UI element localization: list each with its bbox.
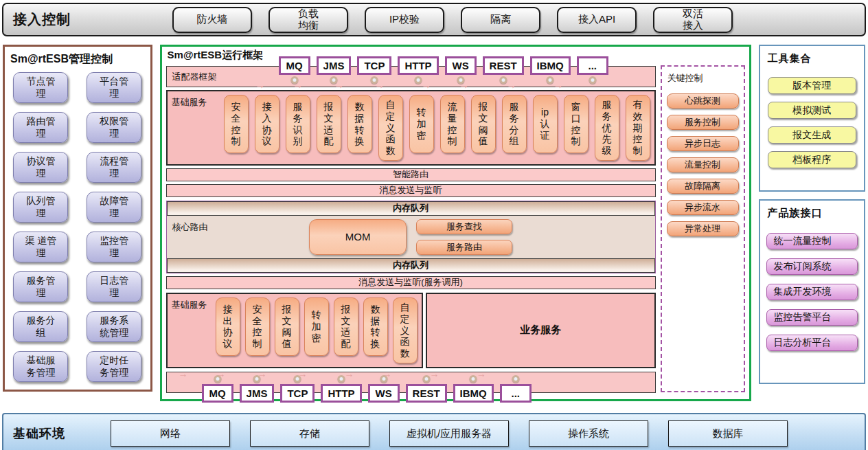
basic-service-item[interactable]: 报文适配 <box>317 95 341 153</box>
protocol-box[interactable]: REST <box>406 384 447 403</box>
memory-queue-top-label: 内存队列 <box>393 202 429 214</box>
message-listen-bar[interactable]: 消息发送与监听 <box>166 184 656 197</box>
basic-service-item[interactable]: 报文阈值 <box>471 95 496 153</box>
memory-queue-top-bar[interactable]: 内存队列 <box>167 201 655 216</box>
basic-services-top-items: 安全控制 接入协议 服务识别 报文适配 数据转换 自定义函数 转加密 <box>224 95 650 161</box>
product-family-button[interactable]: 监控告警平台 <box>766 309 858 326</box>
basic-services-bottom-label: 基础服务 <box>172 297 216 363</box>
management-button[interactable]: 路由管理 <box>13 112 68 143</box>
basic-service-item[interactable]: 接入协议 <box>255 95 279 153</box>
product-family-button[interactable]: 统一流量控制 <box>766 233 858 249</box>
management-button[interactable]: 节点管理 <box>13 72 68 103</box>
tool-button[interactable]: 模拟测试 <box>768 102 856 119</box>
key-control-button[interactable]: 异常处理 <box>667 221 739 236</box>
product-family-button[interactable]: 日志分析平台 <box>766 335 858 351</box>
core-routing-label: 核心路由 <box>172 221 208 234</box>
basic-service-item[interactable]: 服务优先级 <box>595 95 619 161</box>
environment-button[interactable]: 存储 <box>250 420 369 447</box>
environment-button[interactable]: 网络 <box>111 420 230 447</box>
product-family-button[interactable]: 集成开发环境 <box>766 284 858 300</box>
key-control-button[interactable]: 服务控制 <box>667 115 739 130</box>
basic-service-item[interactable]: 有效期控制 <box>626 95 650 161</box>
protocol-box[interactable]: MQ <box>202 384 233 403</box>
tool-button[interactable]: 版本管理 <box>768 77 856 94</box>
management-button[interactable]: 监控管理 <box>87 232 141 262</box>
protocol-box[interactable]: ... <box>577 56 608 75</box>
smart-routing-label: 智能路由 <box>393 168 429 181</box>
management-button[interactable]: 协议管理 <box>13 152 68 183</box>
environment-button[interactable]: 操作系统 <box>529 420 648 447</box>
basic-service-item[interactable]: 数据转换 <box>363 297 388 356</box>
protocol-box[interactable]: HTTP <box>321 384 361 403</box>
environment-button[interactable]: 数据库 <box>668 420 788 447</box>
basic-service-item[interactable]: 流量控制 <box>440 95 465 153</box>
service-route-button[interactable]: 服务路由 <box>416 240 512 255</box>
memory-queue-bottom-label: 内存队列 <box>393 259 429 271</box>
protocol-box[interactable]: ... <box>500 384 532 403</box>
basic-service-item[interactable]: 安全控制 <box>224 95 249 153</box>
management-button[interactable]: 故障管理 <box>87 192 141 223</box>
protocol-box[interactable]: TCP <box>280 384 315 403</box>
protocol-box[interactable]: JMS <box>240 384 275 403</box>
basic-service-item[interactable]: 接出协议 <box>216 297 240 356</box>
management-button[interactable]: 队列管理 <box>13 192 68 223</box>
access-control-button[interactable]: 防火墙 <box>172 7 252 33</box>
management-button[interactable]: 平台管理 <box>87 72 141 103</box>
protocol-box[interactable]: REST <box>483 56 524 75</box>
key-control-button[interactable]: 故障隔离 <box>667 179 739 194</box>
right-column: 工具集合 版本管理 模拟测试 报文生成 档板程序 产品族接口 统一流量控制 <box>759 45 865 384</box>
protocol-label: IBMQ <box>460 387 487 399</box>
protocol-box[interactable]: JMS <box>317 56 352 75</box>
key-control-button[interactable]: 异步流水 <box>667 200 739 215</box>
basic-service-item[interactable]: 自定义函数 <box>378 95 403 161</box>
product-family-button[interactable]: 发布订阅系统 <box>766 258 858 275</box>
basic-service-item[interactable]: 转加密 <box>304 297 329 356</box>
basic-service-item[interactable]: ip认证 <box>533 95 558 153</box>
management-button[interactable]: 基础服务管理 <box>13 351 68 382</box>
environment-button[interactable]: 虚拟机/应用服务器 <box>389 420 509 447</box>
memory-queue-bottom-bar[interactable]: 内存队列 <box>167 258 655 273</box>
tool-button[interactable]: 报文生成 <box>768 126 856 144</box>
key-control-button[interactable]: 心跳探测 <box>667 93 739 109</box>
management-button[interactable]: 服务管理 <box>13 271 68 302</box>
basic-service-item[interactable]: 安全控制 <box>245 297 270 356</box>
access-control-button[interactable]: 接入API <box>557 7 637 33</box>
protocol-box[interactable]: HTTP <box>398 56 438 75</box>
management-panel: Sm@rtESB管理控制 节点管理 平台管理 路由管理 权限管理 协议管理 流程… <box>3 45 152 392</box>
access-control-button[interactable]: IP校验 <box>365 7 444 33</box>
service-lookup-button[interactable]: 服务查找 <box>416 219 512 234</box>
management-button[interactable]: 日志管理 <box>87 271 141 302</box>
protocol-box[interactable]: WS <box>368 384 400 403</box>
access-control-button[interactable]: 隔离 <box>461 7 540 33</box>
key-control-button[interactable]: 异步日志 <box>667 136 739 151</box>
mom-box[interactable]: MOM <box>309 219 407 255</box>
tool-button[interactable]: 档板程序 <box>768 151 856 168</box>
protocol-box[interactable]: TCP <box>357 56 391 75</box>
basic-service-item[interactable]: 服务分组 <box>502 95 527 153</box>
management-button[interactable]: 流程管理 <box>87 152 141 183</box>
management-button[interactable]: 服务分组 <box>13 311 68 342</box>
basic-service-item[interactable]: 自定义函数 <box>393 297 418 363</box>
management-button[interactable]: 权限管理 <box>87 112 141 143</box>
basic-service-item[interactable]: 报文阈值 <box>275 297 299 356</box>
basic-service-item[interactable]: 窗口控制 <box>564 95 589 153</box>
message-listen-call-bar[interactable]: 消息发送与监听(服务调用) <box>166 276 656 289</box>
basic-service-item[interactable]: 服务识别 <box>286 95 310 153</box>
protocol-box[interactable]: WS <box>445 56 477 75</box>
basic-service-item[interactable]: 数据转换 <box>347 95 372 153</box>
key-control-button[interactable]: 流量控制 <box>667 157 739 172</box>
basic-service-item[interactable]: 转加密 <box>409 95 434 153</box>
smart-routing-bar[interactable]: 智能路由 <box>166 168 656 181</box>
basic-service-item[interactable]: 报文适配 <box>334 297 358 356</box>
access-control-button[interactable]: 双活 接入 <box>653 7 733 33</box>
management-button[interactable]: 服务系统管理 <box>87 311 141 342</box>
protocol-box[interactable]: IBMQ <box>453 384 494 403</box>
protocol-cell: → WS <box>445 56 477 75</box>
management-button[interactable]: 渠 道管理 <box>13 232 68 262</box>
access-control-button[interactable]: 负载 均衡 <box>269 7 348 33</box>
business-services-box[interactable]: 业务服务 <box>426 293 656 368</box>
protocol-box[interactable]: IBMQ <box>530 56 571 75</box>
protocol-box[interactable]: MQ <box>279 56 310 75</box>
service-lookup-label: 服务查找 <box>446 221 482 233</box>
management-button[interactable]: 定时任务管理 <box>87 351 141 382</box>
